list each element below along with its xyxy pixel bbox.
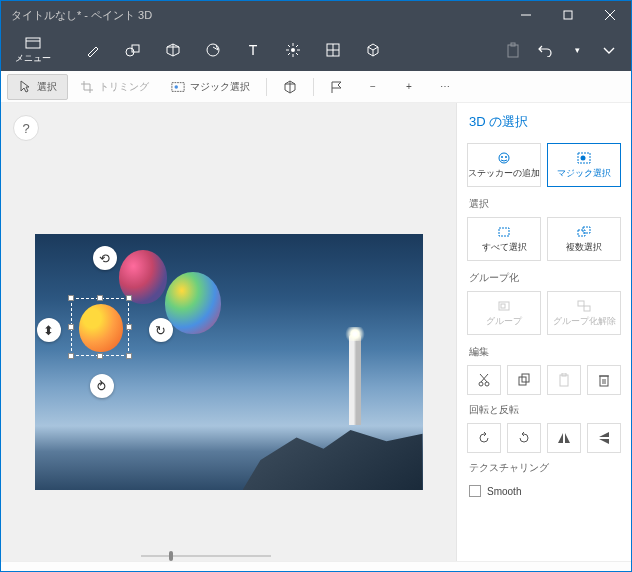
svg-point-10 bbox=[291, 48, 295, 52]
view-3d-button[interactable] bbox=[273, 75, 307, 99]
section-group-label: グループ化 bbox=[469, 271, 621, 285]
history-dropdown-icon[interactable]: ▾ bbox=[567, 40, 587, 60]
paste-icon[interactable] bbox=[503, 40, 523, 60]
smooth-checkbox[interactable] bbox=[469, 485, 481, 497]
multi-select-button[interactable]: 複数選択 bbox=[547, 217, 621, 261]
svg-point-42 bbox=[485, 382, 489, 386]
group-button: グループ bbox=[467, 291, 541, 335]
shapes-3d-icon[interactable] bbox=[163, 40, 183, 60]
help-button[interactable]: ? bbox=[13, 115, 39, 141]
expand-icon[interactable] bbox=[599, 40, 619, 60]
smooth-label: Smooth bbox=[487, 486, 521, 497]
titlebar: タイトルなし* - ペイント 3D bbox=[1, 1, 631, 29]
flag-button[interactable] bbox=[320, 75, 354, 99]
select-tool[interactable]: 選択 bbox=[7, 74, 68, 100]
svg-rect-1 bbox=[564, 11, 572, 19]
rotate-y-handle[interactable]: ↻ bbox=[149, 318, 173, 342]
svg-point-41 bbox=[479, 382, 483, 386]
library-3d-icon[interactable] bbox=[363, 40, 383, 60]
svg-line-15 bbox=[288, 45, 290, 47]
resize-handle[interactable] bbox=[97, 353, 103, 359]
copy-icon bbox=[517, 373, 531, 387]
minus-icon: − bbox=[366, 80, 380, 94]
multi-select-icon bbox=[576, 225, 592, 239]
canvas[interactable]: ⟲ ↻ ⥁ ⬍ bbox=[35, 234, 423, 490]
selection-box[interactable] bbox=[71, 298, 129, 356]
resize-handle[interactable] bbox=[126, 295, 132, 301]
canvas-icon[interactable] bbox=[323, 40, 343, 60]
sticker-icon bbox=[496, 151, 512, 165]
rotate-cw-button[interactable] bbox=[507, 423, 541, 453]
window-title: タイトルなし* - ペイント 3D bbox=[11, 8, 152, 23]
text-tool-icon[interactable]: T bbox=[243, 40, 263, 60]
brush-tool-icon[interactable] bbox=[83, 40, 103, 60]
svg-rect-7 bbox=[132, 45, 139, 52]
rocks-image bbox=[243, 415, 423, 490]
stickers-icon[interactable] bbox=[203, 40, 223, 60]
svg-line-16 bbox=[296, 53, 298, 55]
svg-line-18 bbox=[288, 53, 290, 55]
magic-select-tool[interactable]: マジック選択 bbox=[161, 75, 260, 99]
balloon-2[interactable] bbox=[165, 272, 221, 334]
shapes-2d-icon[interactable] bbox=[123, 40, 143, 60]
flip-horizontal-button[interactable] bbox=[547, 423, 581, 453]
magic-label: マジック選択 bbox=[190, 80, 250, 94]
menu-button[interactable]: メニュー bbox=[5, 34, 61, 67]
flip-vertical-button[interactable] bbox=[587, 423, 621, 453]
statusbar bbox=[1, 561, 631, 571]
svg-rect-38 bbox=[501, 304, 505, 308]
flip-v-icon bbox=[598, 431, 610, 445]
group-icon bbox=[496, 299, 512, 313]
svg-text:T: T bbox=[249, 43, 258, 57]
more-icon: ⋯ bbox=[438, 80, 452, 94]
select-all-icon bbox=[496, 225, 512, 239]
resize-handle[interactable] bbox=[68, 295, 74, 301]
svg-rect-39 bbox=[578, 301, 584, 306]
resize-handle[interactable] bbox=[97, 295, 103, 301]
rotate-x-handle[interactable]: ⟲ bbox=[93, 246, 117, 270]
zoom-slider[interactable] bbox=[141, 555, 271, 557]
side-panel: 3D の選択 ステッカーの追加 マジック選択 選択 すべて選択 bbox=[456, 103, 631, 561]
menu-label: メニュー bbox=[15, 52, 51, 65]
svg-rect-25 bbox=[508, 45, 518, 57]
section-texture-label: テクスチャリング bbox=[469, 461, 621, 475]
more-button[interactable]: ⋯ bbox=[428, 75, 462, 99]
magic-select-button[interactable]: マジック選択 bbox=[547, 143, 621, 187]
ungroup-icon bbox=[576, 299, 592, 313]
resize-handle[interactable] bbox=[126, 324, 132, 330]
svg-point-33 bbox=[581, 155, 586, 160]
minimize-button[interactable] bbox=[505, 1, 547, 29]
smooth-checkbox-row[interactable]: Smooth bbox=[467, 481, 621, 501]
main-area: ? ⟲ ↻ ⥁ ⬍ bbox=[1, 103, 631, 561]
effects-icon[interactable] bbox=[283, 40, 303, 60]
maximize-button[interactable] bbox=[547, 1, 589, 29]
copy-button[interactable] bbox=[507, 365, 541, 395]
zoom-thumb[interactable] bbox=[169, 551, 173, 561]
zoom-out-button[interactable]: − bbox=[356, 75, 390, 99]
delete-button[interactable] bbox=[587, 365, 621, 395]
add-sticker-button[interactable]: ステッカーの追加 bbox=[467, 143, 541, 187]
resize-handle[interactable] bbox=[68, 353, 74, 359]
resize-handle[interactable] bbox=[68, 324, 74, 330]
svg-line-43 bbox=[481, 374, 488, 382]
select-label: 選択 bbox=[37, 80, 57, 94]
panel-title: 3D の選択 bbox=[467, 113, 621, 131]
z-depth-handle[interactable]: ⬍ bbox=[37, 318, 61, 342]
zoom-in-button[interactable]: + bbox=[392, 75, 426, 99]
sub-toolbar: 選択 トリミング マジック選択 − + ⋯ bbox=[1, 71, 631, 103]
cut-icon bbox=[477, 373, 491, 387]
rotate-z-handle[interactable]: ⥁ bbox=[90, 374, 114, 398]
trim-tool[interactable]: トリミング bbox=[70, 75, 159, 99]
rotate-ccw-button[interactable] bbox=[467, 423, 501, 453]
lighthouse-image bbox=[349, 335, 361, 425]
select-all-button[interactable]: すべて選択 bbox=[467, 217, 541, 261]
svg-point-31 bbox=[505, 156, 507, 158]
cut-button[interactable] bbox=[467, 365, 501, 395]
svg-point-30 bbox=[501, 156, 503, 158]
undo-icon[interactable] bbox=[535, 40, 555, 60]
close-button[interactable] bbox=[589, 1, 631, 29]
ribbon: メニュー T ▾ bbox=[1, 29, 631, 71]
resize-handle[interactable] bbox=[126, 353, 132, 359]
svg-point-28 bbox=[175, 85, 179, 89]
svg-line-24 bbox=[373, 47, 378, 50]
